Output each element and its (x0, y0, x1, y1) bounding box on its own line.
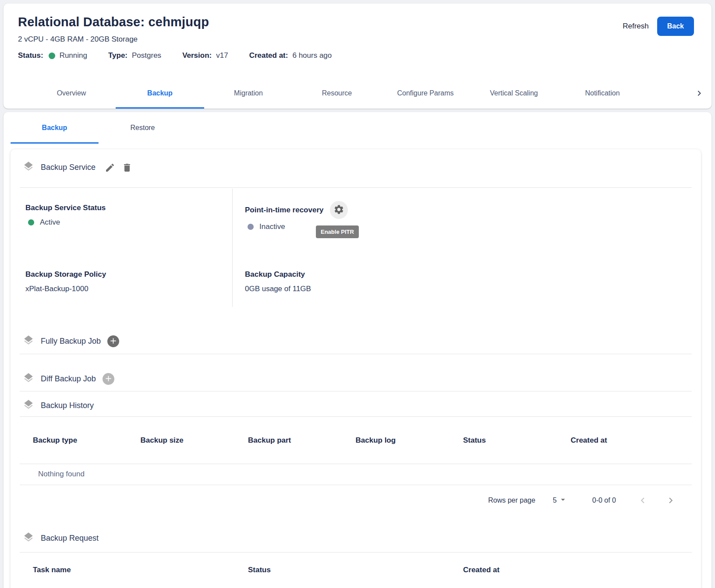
inactive-status-dot (248, 224, 254, 230)
storage-policy-label: Backup Storage Policy (25, 270, 232, 279)
status-group: Status: Running (18, 51, 87, 60)
backup-service-status-value: Active (40, 218, 60, 227)
layers-icon (23, 161, 34, 174)
type-group: Type: Postgres (108, 51, 161, 60)
pagination-range-text: 0-0 of 0 (592, 496, 616, 504)
created-at-value: 6 hours ago (292, 51, 332, 60)
db-specs: 2 vCPU - 4GB RAM - 20GB Storage (18, 35, 697, 44)
storage-policy-cell: Backup Storage Policy xPlat-Backup-1000 (11, 259, 232, 310)
refresh-button[interactable]: Refresh (623, 22, 649, 31)
created-at-label: Created at: (249, 51, 288, 60)
backup-service-grid: Backup Service Status Active Point-in-ti… (11, 188, 701, 310)
column-backup-part: Backup part (248, 436, 356, 445)
pitr-label: Point-in-time recovery (245, 206, 324, 215)
edit-pencil-icon (105, 168, 115, 174)
enable-pitr-tooltip: Enable PITR (316, 225, 359, 238)
created-group: Created at: 6 hours ago (249, 51, 332, 60)
backup-history-title: Backup History (41, 401, 94, 410)
diff-backup-job-header: Diff Backup Job (11, 354, 701, 391)
fully-backup-job-title: Fully Backup Job (41, 337, 101, 346)
backup-service-status-label: Backup Service Status (25, 204, 232, 212)
backup-service-header: Backup Service (11, 149, 701, 187)
back-button[interactable]: Back (657, 17, 694, 36)
column-backup-size: Backup size (141, 436, 248, 445)
add-plus-icon (109, 336, 118, 347)
layers-icon (23, 399, 34, 412)
gear-icon (333, 204, 344, 216)
version-group: Version: v17 (182, 51, 228, 60)
trash-icon (122, 168, 132, 174)
page-title: Relational Database: cehmjuqp (18, 15, 697, 29)
main-tab-bar: Overview Backup Migration Resource Confi… (4, 78, 711, 109)
tab-configure-params[interactable]: Configure Params (381, 78, 470, 109)
pitr-cell: Point-in-time recovery Inactive Enable P… (232, 188, 701, 259)
tab-notification[interactable]: Notification (558, 78, 647, 109)
backup-request-table-header: Task name Status Created at (11, 553, 701, 588)
tabs-scroll-right-button[interactable] (694, 88, 704, 99)
delete-backup-service-button[interactable] (122, 162, 132, 173)
backup-request-title: Backup Request (41, 534, 99, 543)
version-label: Version: (182, 51, 212, 60)
column-backup-log: Backup log (356, 436, 464, 445)
column-status: Status (463, 436, 571, 445)
tab-vertical-scaling[interactable]: Vertical Scaling (470, 78, 558, 109)
column-task-name: Task name (33, 566, 248, 574)
backup-service-title: Backup Service (41, 163, 96, 172)
backup-capacity-value: 0GB usage of 11GB (245, 285, 701, 293)
layers-icon (23, 372, 34, 386)
type-label: Type: (108, 51, 127, 60)
backup-request-header: Backup Request (11, 516, 701, 552)
tab-migration[interactable]: Migration (204, 78, 293, 109)
rows-per-page-select[interactable]: 5 (553, 495, 568, 506)
column-status: Status (248, 566, 463, 574)
status-value: Running (60, 51, 87, 60)
tab-backup[interactable]: Backup (116, 78, 204, 109)
chevron-right-icon (694, 93, 704, 100)
active-status-dot (28, 219, 34, 225)
backup-history-empty-row: Nothing found (11, 464, 701, 485)
backup-capacity-label: Backup Capacity (245, 270, 701, 279)
backup-service-status-cell: Backup Service Status Active (11, 188, 232, 259)
tab-overview[interactable]: Overview (27, 78, 116, 109)
subtab-restore[interactable]: Restore (99, 112, 187, 144)
chevron-right-icon (665, 501, 676, 507)
edit-backup-service-button[interactable] (105, 162, 115, 173)
version-value: v17 (216, 51, 228, 60)
meta-row: Status: Running Type: Postgres Version: … (18, 51, 697, 60)
column-created-at: Created at (463, 566, 678, 574)
header-card: Relational Database: cehmjuqp 2 vCPU - 4… (4, 4, 711, 109)
previous-page-button[interactable] (637, 495, 648, 506)
type-value: Postgres (132, 51, 161, 60)
running-status-dot (49, 53, 55, 59)
header-info: Relational Database: cehmjuqp 2 vCPU - 4… (4, 4, 711, 60)
fully-backup-job-header: Fully Backup Job (11, 310, 701, 354)
layers-icon (23, 334, 34, 348)
dropdown-caret-icon (558, 495, 568, 506)
sub-tab-bar: Backup Restore (4, 112, 711, 144)
backup-panel: Backup Service Backup Service Status Act… (11, 149, 701, 588)
backup-history-header: Backup History (11, 391, 701, 416)
backup-history-pagination: Rows per page 5 0-0 of 0 (11, 485, 701, 516)
column-backup-type: Backup type (33, 436, 141, 445)
rows-per-page-value: 5 (553, 496, 557, 504)
add-fully-backup-job-button[interactable] (107, 335, 119, 347)
tab-resource[interactable]: Resource (293, 78, 381, 109)
diff-backup-job-title: Diff Backup Job (41, 374, 96, 384)
rows-per-page-label: Rows per page (488, 496, 535, 504)
storage-policy-value: xPlat-Backup-1000 (25, 285, 232, 293)
header-actions: Refresh Back (623, 17, 694, 36)
backup-service-status-value-row: Active (28, 218, 232, 227)
add-diff-backup-job-button[interactable] (103, 373, 114, 385)
layers-icon (23, 532, 34, 545)
status-label: Status: (18, 51, 43, 60)
next-page-button[interactable] (665, 495, 676, 506)
content-card: Backup Restore Backup Service (4, 112, 711, 588)
subtab-backup[interactable]: Backup (11, 112, 99, 144)
column-created-at: Created at (571, 436, 679, 445)
add-plus-icon (104, 374, 113, 384)
pitr-settings-button[interactable] (330, 201, 348, 219)
backup-capacity-cell: Backup Capacity 0GB usage of 11GB (232, 259, 701, 310)
chevron-left-icon (637, 501, 648, 507)
backup-history-table-header: Backup type Backup size Backup part Back… (11, 417, 701, 464)
pitr-value: Inactive (259, 222, 285, 231)
